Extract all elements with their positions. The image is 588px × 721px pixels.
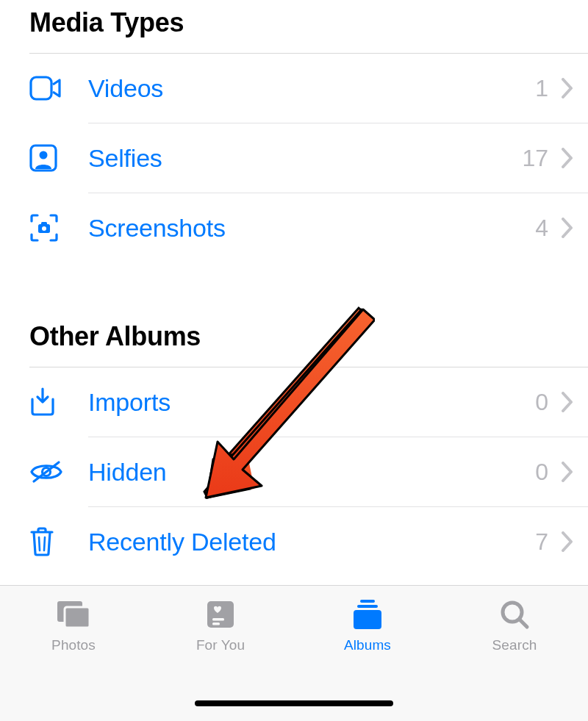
row-videos[interactable]: Videos 1 xyxy=(0,54,588,123)
eye-slash-icon xyxy=(29,459,66,484)
viewfinder-camera-icon xyxy=(29,213,66,243)
tab-photos[interactable]: Photos xyxy=(0,586,147,721)
tab-label: Search xyxy=(492,637,537,653)
chevron-right-icon xyxy=(553,218,582,238)
svg-rect-23 xyxy=(357,605,378,608)
svg-rect-4 xyxy=(41,222,47,225)
tab-label: Photos xyxy=(51,637,96,653)
person-square-icon xyxy=(29,144,66,172)
section-heading-other-albums: Other Albums xyxy=(0,306,588,367)
svg-rect-18 xyxy=(65,607,90,628)
row-count: 0 xyxy=(535,389,553,416)
row-label: Selfies xyxy=(66,144,522,173)
row-label: Hidden xyxy=(66,458,535,487)
tab-bar: Photos For You Albums xyxy=(0,585,588,721)
chevron-right-icon xyxy=(553,462,582,482)
tab-label: For You xyxy=(196,637,245,653)
row-recently-deleted[interactable]: Recently Deleted 7 xyxy=(0,507,588,576)
tab-search[interactable]: Search xyxy=(441,586,588,721)
row-label: Videos xyxy=(66,74,535,103)
chevron-right-icon xyxy=(553,392,582,412)
trash-icon xyxy=(29,526,66,557)
row-imports[interactable]: Imports 0 xyxy=(0,367,588,437)
row-count: 4 xyxy=(535,215,553,242)
svg-line-9 xyxy=(44,537,45,550)
home-indicator xyxy=(195,700,393,706)
row-screenshots[interactable]: Screenshots 4 xyxy=(0,193,588,262)
download-box-icon xyxy=(29,387,66,417)
photos-tab-icon xyxy=(54,596,93,633)
svg-line-26 xyxy=(520,620,527,627)
row-label: Screenshots xyxy=(66,214,535,243)
svg-point-2 xyxy=(40,151,48,159)
video-camera-icon xyxy=(29,76,66,101)
svg-rect-22 xyxy=(360,600,375,603)
svg-rect-0 xyxy=(31,77,51,99)
search-tab-icon xyxy=(499,596,530,633)
albums-content: Media Types Videos 1 Selfies 17 xyxy=(0,0,588,576)
tab-label: Albums xyxy=(344,637,391,653)
row-count: 0 xyxy=(535,459,553,486)
svg-line-8 xyxy=(39,537,40,550)
svg-rect-24 xyxy=(354,610,381,629)
row-label: Imports xyxy=(66,388,535,417)
svg-rect-20 xyxy=(212,618,224,621)
row-hidden[interactable]: Hidden 0 xyxy=(0,437,588,506)
svg-point-5 xyxy=(42,226,46,231)
row-count: 1 xyxy=(535,75,553,102)
svg-rect-21 xyxy=(212,623,220,625)
section-heading-media-types: Media Types xyxy=(0,0,588,53)
row-count: 17 xyxy=(522,145,553,172)
row-count: 7 xyxy=(535,528,553,556)
albums-tab-icon xyxy=(350,596,385,633)
row-label: Recently Deleted xyxy=(66,528,535,556)
row-selfies[interactable]: Selfies 17 xyxy=(0,123,588,193)
chevron-right-icon xyxy=(553,531,582,552)
chevron-right-icon xyxy=(553,78,582,98)
foryou-tab-icon xyxy=(205,596,236,633)
chevron-right-icon xyxy=(553,148,582,168)
svg-rect-19 xyxy=(207,601,234,628)
